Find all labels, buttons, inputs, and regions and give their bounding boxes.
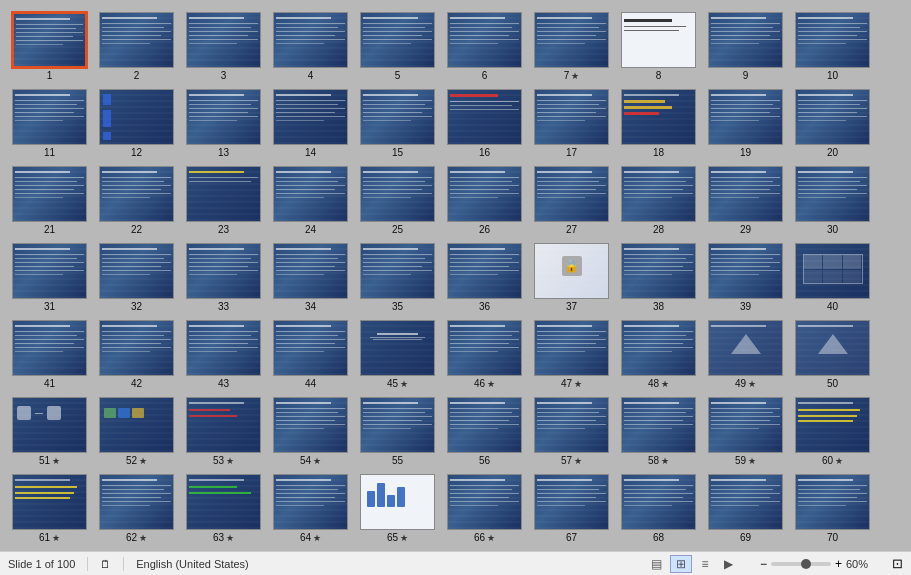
slide-thumb-12[interactable] — [99, 89, 174, 145]
slide-thumb-22[interactable] — [99, 166, 174, 222]
slide-thumb-38[interactable] — [621, 243, 696, 299]
zoom-thumb[interactable] — [801, 559, 811, 569]
slide-thumb-61[interactable] — [12, 474, 87, 530]
slide-item[interactable]: 18 — [617, 89, 700, 158]
slide-thumb-43[interactable] — [186, 320, 261, 376]
slide-thumb-11[interactable] — [12, 89, 87, 145]
slide-panel[interactable]: 1 2 3 4 — [0, 0, 911, 551]
slide-item[interactable]: 65★ — [356, 474, 439, 543]
slide-item[interactable]: 68 — [617, 474, 700, 543]
slide-thumb-14[interactable] — [273, 89, 348, 145]
slide-item[interactable]: 41 — [8, 320, 91, 389]
slide-item[interactable]: 16 — [443, 89, 526, 158]
zoom-track[interactable] — [771, 562, 831, 566]
slide-sorter-button[interactable]: ⊞ — [670, 555, 692, 573]
slide-item[interactable]: 60★ — [791, 397, 874, 466]
slide-item[interactable]: 29 — [704, 166, 787, 235]
slide-thumb-33[interactable] — [186, 243, 261, 299]
slide-thumb-64[interactable] — [273, 474, 348, 530]
slide-thumb-18[interactable] — [621, 89, 696, 145]
slide-item[interactable]: 25 — [356, 166, 439, 235]
slide-item[interactable]: 66★ — [443, 474, 526, 543]
slide-item[interactable]: 48★ — [617, 320, 700, 389]
slide-item[interactable]: 20 — [791, 89, 874, 158]
slide-item[interactable]: 15 — [356, 89, 439, 158]
notes-icon[interactable]: 🗒 — [100, 558, 111, 570]
slide-item[interactable]: 42 — [95, 320, 178, 389]
slide-thumb-5[interactable] — [360, 12, 435, 68]
slide-thumb-60[interactable] — [795, 397, 870, 453]
slide-thumb-42[interactable] — [99, 320, 174, 376]
slide-item[interactable]: 55 — [356, 397, 439, 466]
slide-item[interactable]: 19 — [704, 89, 787, 158]
slide-thumb-17[interactable] — [534, 89, 609, 145]
slide-item[interactable]: 9 — [704, 12, 787, 81]
slide-thumb-55[interactable] — [360, 397, 435, 453]
zoom-out-icon[interactable]: − — [760, 557, 767, 571]
slide-item[interactable]: 5 — [356, 12, 439, 81]
slide-item[interactable]: 56 — [443, 397, 526, 466]
slide-item[interactable]: 53★ — [182, 397, 265, 466]
slide-thumb-70[interactable] — [795, 474, 870, 530]
slide-thumb-20[interactable] — [795, 89, 870, 145]
slide-item[interactable]: 67 — [530, 474, 613, 543]
slide-item[interactable]: 1 — [8, 12, 91, 81]
slide-thumb-16[interactable] — [447, 89, 522, 145]
slide-thumb-53[interactable] — [186, 397, 261, 453]
slide-thumb-47[interactable] — [534, 320, 609, 376]
slide-item[interactable]: 28 — [617, 166, 700, 235]
slide-thumb-44[interactable] — [273, 320, 348, 376]
slide-item[interactable]: 43 — [182, 320, 265, 389]
slide-thumb-28[interactable] — [621, 166, 696, 222]
slide-item[interactable]: 13 — [182, 89, 265, 158]
slide-item[interactable]: 31 — [8, 243, 91, 312]
slide-item[interactable]: 62★ — [95, 474, 178, 543]
slide-item[interactable]: 40 — [791, 243, 874, 312]
slide-thumb-39[interactable] — [708, 243, 783, 299]
slide-item[interactable]: 69 — [704, 474, 787, 543]
slide-item[interactable]: 10 — [791, 12, 874, 81]
zoom-slider[interactable]: − + 60% — [760, 557, 876, 571]
slide-thumb-40[interactable] — [795, 243, 870, 299]
slide-item[interactable]: 23 — [182, 166, 265, 235]
slide-thumb-13[interactable] — [186, 89, 261, 145]
slide-thumb-51[interactable] — [12, 397, 87, 453]
slide-thumb-41[interactable] — [12, 320, 87, 376]
slide-item[interactable]: 30 — [791, 166, 874, 235]
slide-thumb-9[interactable] — [708, 12, 783, 68]
slide-thumb-68[interactable] — [621, 474, 696, 530]
slide-thumb-25[interactable] — [360, 166, 435, 222]
slide-item[interactable]: 24 — [269, 166, 352, 235]
slide-thumb-58[interactable] — [621, 397, 696, 453]
slide-item[interactable]: 39 — [704, 243, 787, 312]
slide-thumb-59[interactable] — [708, 397, 783, 453]
slide-thumb-63[interactable] — [186, 474, 261, 530]
slide-thumb-48[interactable] — [621, 320, 696, 376]
slide-thumb-10[interactable] — [795, 12, 870, 68]
slide-thumb-26[interactable] — [447, 166, 522, 222]
slide-item[interactable]: 36 — [443, 243, 526, 312]
slide-thumb-1[interactable] — [12, 12, 87, 68]
normal-view-button[interactable]: ▤ — [646, 555, 668, 573]
slide-item[interactable]: 54★ — [269, 397, 352, 466]
slide-thumb-30[interactable] — [795, 166, 870, 222]
slide-thumb-35[interactable] — [360, 243, 435, 299]
slide-thumb-52[interactable] — [99, 397, 174, 453]
slide-thumb-37[interactable]: 🔒 — [534, 243, 609, 299]
slide-item[interactable]: 3 — [182, 12, 265, 81]
slide-item[interactable]: 57★ — [530, 397, 613, 466]
slide-thumb-27[interactable] — [534, 166, 609, 222]
slide-thumb-29[interactable] — [708, 166, 783, 222]
slide-item[interactable]: 46★ — [443, 320, 526, 389]
slide-thumb-46[interactable] — [447, 320, 522, 376]
slide-item[interactable]: 64★ — [269, 474, 352, 543]
slide-thumb-15[interactable] — [360, 89, 435, 145]
slide-item[interactable]: 63★ — [182, 474, 265, 543]
slide-thumb-56[interactable] — [447, 397, 522, 453]
slide-item[interactable]: 26 — [443, 166, 526, 235]
slide-item[interactable]: 14 — [269, 89, 352, 158]
slide-item[interactable]: 47★ — [530, 320, 613, 389]
slide-thumb-4[interactable] — [273, 12, 348, 68]
slide-item[interactable]: 7★ — [530, 12, 613, 81]
slide-item[interactable]: 59★ — [704, 397, 787, 466]
